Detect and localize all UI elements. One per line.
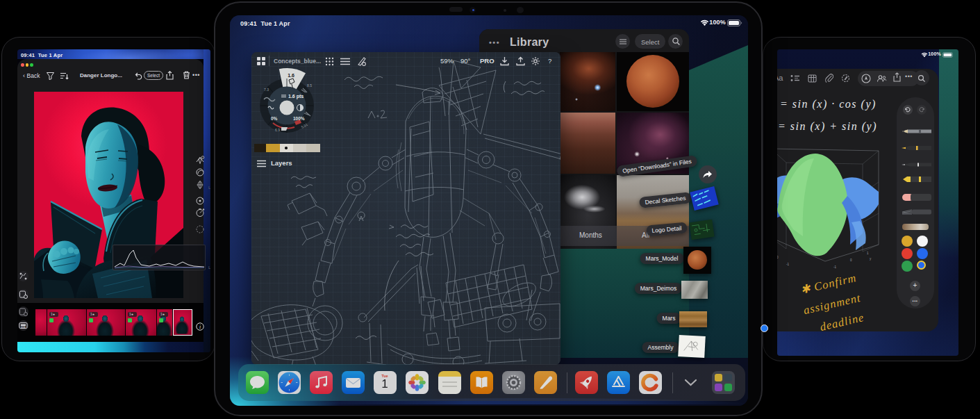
svg-text:-1: -1: [786, 263, 789, 266]
svg-text:0: 0: [777, 256, 779, 259]
svg-text:y: y: [870, 257, 872, 261]
svg-text:0: 0: [850, 258, 852, 262]
svg-text:ABA: ABA: [21, 326, 26, 329]
svg-text:i: i: [199, 324, 201, 330]
svg-text:-1: -1: [833, 265, 836, 269]
svg-text:1: 1: [867, 252, 869, 255]
